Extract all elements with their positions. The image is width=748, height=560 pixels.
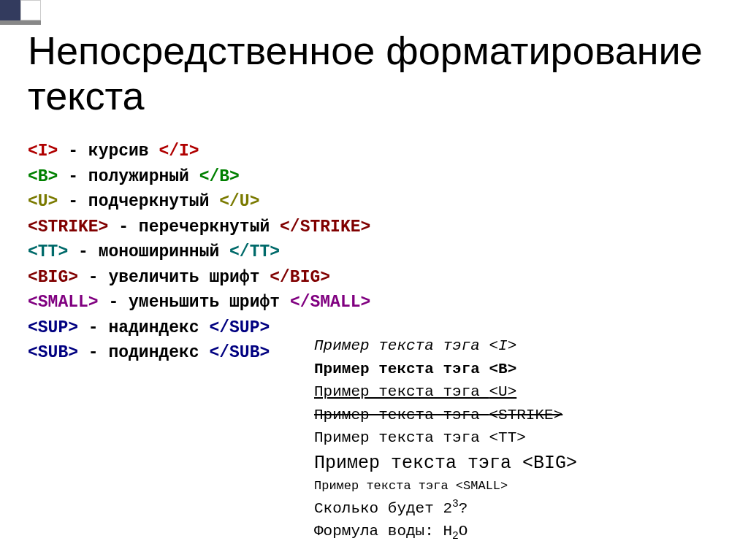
tag-row-b: <B> - полужирный </B>: [28, 164, 370, 190]
tag-desc: - курсив: [58, 142, 159, 161]
tag-desc: - подиндекс: [78, 343, 209, 362]
examples-block: Пример текста тэга <I> Пример текста тэг…: [314, 334, 577, 544]
tag-row-tt: <TT> - моноширинный </TT>: [28, 239, 370, 265]
tag-open: <B>: [28, 167, 58, 186]
slide-title: Непосредственное форматирование текста: [28, 28, 748, 118]
tag-open: <U>: [28, 192, 58, 211]
tag-close: </SUB>: [209, 343, 270, 362]
slide-accent-box: [0, 0, 20, 20]
tag-row-i: <I> - курсив </I>: [28, 139, 370, 164]
example-i: Пример текста тэга <I>: [314, 334, 577, 358]
example-small: Пример текста тэга <SMALL>: [314, 477, 577, 496]
tag-row-u: <U> - подчеркнутый </U>: [28, 189, 370, 215]
tag-desc: - надиндекс: [78, 318, 209, 337]
slide-accent-line: [0, 20, 41, 25]
tag-open: <I>: [28, 142, 58, 161]
tag-row-small: <SMALL> - уменьшить шрифт </SMALL>: [28, 290, 370, 315]
tag-close: </B>: [199, 167, 240, 186]
example-sub: Формула воды: H2O: [314, 520, 577, 544]
tag-row-big: <BIG> - увеличить шрифт </BIG>: [28, 265, 370, 291]
tag-desc: - увеличить шрифт: [78, 268, 270, 287]
tag-desc: - уменьшить шрифт: [99, 293, 290, 312]
example-big: Пример текста тэга <BIG>: [314, 450, 577, 477]
tag-desc: - перечеркнутый: [108, 218, 280, 237]
tag-close: </SMALL>: [290, 293, 370, 312]
tag-list: <I> - курсив </I> <B> - полужирный </B> …: [28, 139, 370, 366]
tag-close: </TT>: [229, 242, 280, 261]
tag-open: <BIG>: [28, 268, 78, 287]
tag-desc: - подчеркнутый: [58, 192, 219, 211]
tag-open: <SUB>: [28, 343, 78, 362]
tag-close: </I>: [159, 142, 199, 161]
example-u: Пример текста тэга <U>: [314, 380, 577, 404]
tag-row-strike: <STRIKE> - перечеркнутый </STRIKE>: [28, 215, 370, 240]
tag-close: </SUP>: [209, 318, 270, 337]
tag-desc: - моноширинный: [68, 242, 229, 261]
example-tt: Пример текста тэга <TT>: [314, 426, 577, 450]
tag-open: <SMALL>: [28, 293, 99, 312]
example-strike: Пример текста тэга <STRIKE>: [314, 404, 577, 427]
example-sup: Сколько будет 23?: [314, 496, 577, 521]
tag-desc: - полужирный: [58, 167, 199, 186]
slide-accent-box-2: [20, 0, 41, 20]
tag-close: </BIG>: [270, 268, 330, 287]
tag-close: </U>: [219, 192, 259, 211]
tag-close: </STRIKE>: [280, 218, 370, 237]
example-b: Пример текста тэга <B>: [314, 358, 577, 381]
tag-open: <TT>: [28, 242, 68, 261]
tag-open: <SUP>: [28, 318, 78, 337]
tag-open: <STRIKE>: [28, 218, 108, 237]
